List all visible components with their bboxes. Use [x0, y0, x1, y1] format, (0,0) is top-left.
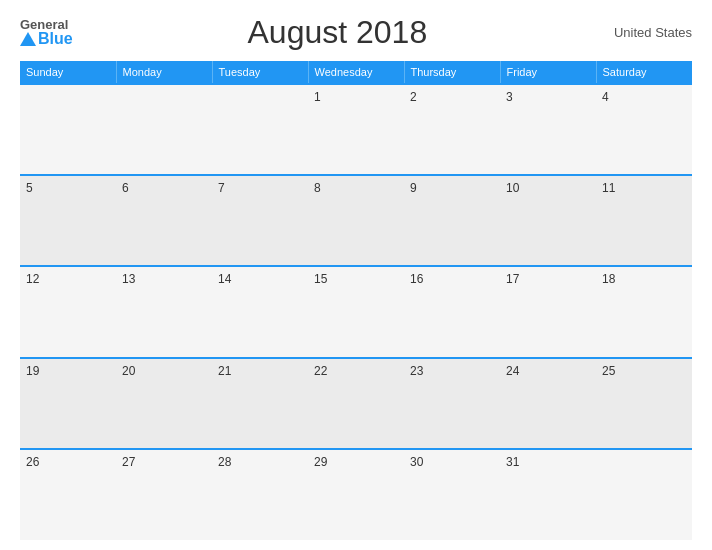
calendar-day-cell: 13	[116, 266, 212, 357]
calendar-day-cell: 27	[116, 449, 212, 540]
calendar-day-cell	[596, 449, 692, 540]
day-number: 22	[314, 364, 327, 378]
calendar-day-cell: 19	[20, 358, 116, 449]
calendar-day-cell: 22	[308, 358, 404, 449]
day-number: 26	[26, 455, 39, 469]
day-number: 3	[506, 90, 513, 104]
calendar-day-cell: 29	[308, 449, 404, 540]
day-number: 1	[314, 90, 321, 104]
day-number: 31	[506, 455, 519, 469]
calendar-day-cell: 18	[596, 266, 692, 357]
logo-triangle-icon	[20, 32, 36, 46]
logo-blue-row: Blue	[20, 31, 73, 47]
calendar-week-row: 567891011	[20, 175, 692, 266]
calendar-day-cell: 14	[212, 266, 308, 357]
calendar-day-cell: 5	[20, 175, 116, 266]
calendar-week-row: 262728293031	[20, 449, 692, 540]
calendar-week-row: 19202122232425	[20, 358, 692, 449]
calendar-title: August 2018	[73, 14, 602, 51]
calendar-header-row: SundayMondayTuesdayWednesdayThursdayFrid…	[20, 61, 692, 84]
day-number: 7	[218, 181, 225, 195]
calendar-day-cell: 15	[308, 266, 404, 357]
day-number: 17	[506, 272, 519, 286]
calendar-day-cell	[116, 84, 212, 175]
calendar-day-cell: 6	[116, 175, 212, 266]
day-number: 14	[218, 272, 231, 286]
day-number: 20	[122, 364, 135, 378]
day-number: 8	[314, 181, 321, 195]
calendar-day-cell: 21	[212, 358, 308, 449]
calendar-day-header: Monday	[116, 61, 212, 84]
day-number: 19	[26, 364, 39, 378]
day-number: 28	[218, 455, 231, 469]
day-number: 13	[122, 272, 135, 286]
calendar-day-header: Thursday	[404, 61, 500, 84]
day-number: 11	[602, 181, 615, 195]
calendar-day-header: Friday	[500, 61, 596, 84]
day-number: 27	[122, 455, 135, 469]
calendar-day-cell: 7	[212, 175, 308, 266]
day-number: 23	[410, 364, 423, 378]
calendar-week-row: 12131415161718	[20, 266, 692, 357]
calendar-day-header: Saturday	[596, 61, 692, 84]
logo: General Blue	[20, 18, 73, 47]
calendar-day-cell: 2	[404, 84, 500, 175]
calendar-day-cell: 17	[500, 266, 596, 357]
day-number: 24	[506, 364, 519, 378]
calendar-day-header: Sunday	[20, 61, 116, 84]
calendar-day-cell: 8	[308, 175, 404, 266]
country-label: United States	[602, 25, 692, 40]
calendar-day-header: Tuesday	[212, 61, 308, 84]
page-header: General Blue August 2018 United States	[20, 10, 692, 55]
day-number: 29	[314, 455, 327, 469]
day-number: 30	[410, 455, 423, 469]
calendar-table: SundayMondayTuesdayWednesdayThursdayFrid…	[20, 61, 692, 540]
day-number: 16	[410, 272, 423, 286]
calendar-day-cell: 11	[596, 175, 692, 266]
calendar-day-cell: 3	[500, 84, 596, 175]
calendar-day-cell: 20	[116, 358, 212, 449]
calendar-day-cell: 26	[20, 449, 116, 540]
day-number: 18	[602, 272, 615, 286]
day-number: 6	[122, 181, 129, 195]
calendar-day-cell: 23	[404, 358, 500, 449]
calendar-day-cell: 1	[308, 84, 404, 175]
day-number: 15	[314, 272, 327, 286]
calendar-day-cell: 30	[404, 449, 500, 540]
day-number: 25	[602, 364, 615, 378]
calendar-day-cell: 31	[500, 449, 596, 540]
calendar-day-cell: 4	[596, 84, 692, 175]
calendar-day-cell: 9	[404, 175, 500, 266]
calendar-day-cell	[20, 84, 116, 175]
calendar-week-row: 1234	[20, 84, 692, 175]
day-number: 21	[218, 364, 231, 378]
calendar-day-cell	[212, 84, 308, 175]
day-number: 12	[26, 272, 39, 286]
logo-blue-text: Blue	[38, 31, 73, 47]
calendar-day-cell: 12	[20, 266, 116, 357]
calendar-day-cell: 16	[404, 266, 500, 357]
day-number: 10	[506, 181, 519, 195]
day-number: 4	[602, 90, 609, 104]
calendar-day-cell: 28	[212, 449, 308, 540]
day-number: 9	[410, 181, 417, 195]
calendar-day-header: Wednesday	[308, 61, 404, 84]
day-number: 2	[410, 90, 417, 104]
day-number: 5	[26, 181, 33, 195]
calendar-day-cell: 10	[500, 175, 596, 266]
calendar-day-cell: 25	[596, 358, 692, 449]
calendar-day-cell: 24	[500, 358, 596, 449]
